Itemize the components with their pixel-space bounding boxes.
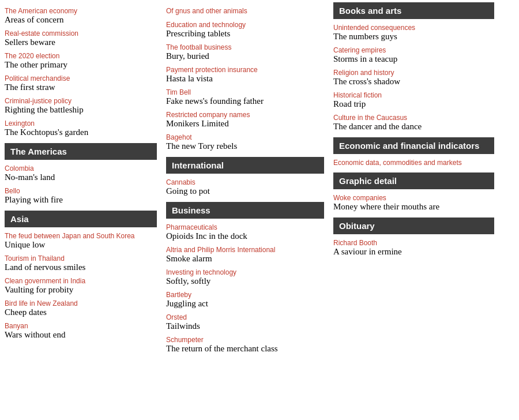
article-pair: LexingtonThe Kochtopus's garden bbox=[5, 119, 157, 137]
article-title[interactable]: Juggling act bbox=[166, 299, 324, 309]
article-title[interactable]: Righting the battleship bbox=[5, 105, 157, 115]
article-title[interactable]: Land of nervous smiles bbox=[5, 262, 157, 272]
section-header: The Americas bbox=[5, 143, 157, 160]
column-2: Of gnus and other animalsEducation and t… bbox=[161, 0, 329, 362]
article-title[interactable]: Sellers beware bbox=[5, 38, 157, 47]
section-header: Graphic detail bbox=[333, 172, 494, 189]
article-pair: Richard BoothA saviour in ermine bbox=[333, 239, 494, 257]
category-label[interactable]: Culture in the Caucasus bbox=[333, 114, 494, 122]
section: AsiaThe feud between Japan and South Kor… bbox=[5, 211, 157, 340]
category-label[interactable]: Schumpeter bbox=[166, 336, 324, 344]
category-label[interactable]: The football business bbox=[166, 43, 324, 51]
article-pair: BartlebyJuggling act bbox=[166, 291, 324, 309]
section: Books and artsUnintended consequencesThe… bbox=[333, 2, 494, 132]
article-title[interactable]: A saviour in ermine bbox=[333, 247, 494, 257]
article-title[interactable]: The return of the merchant class bbox=[166, 344, 324, 354]
section: Education and technologyPrescribing tabl… bbox=[166, 21, 324, 151]
category-label[interactable]: Of gnus and other animals bbox=[166, 7, 324, 15]
article-title[interactable]: Money where their mouths are bbox=[333, 202, 494, 212]
category-label[interactable]: Bagehot bbox=[166, 133, 324, 141]
category-label[interactable]: Restricted company names bbox=[166, 111, 324, 119]
category-label[interactable]: The feud between Japan and South Korea bbox=[5, 232, 157, 240]
category-label[interactable]: Tourism in Thailand bbox=[5, 254, 157, 262]
article-pair: Catering empiresStorms in a teacup bbox=[333, 46, 494, 64]
article-pair: OrstedTailwinds bbox=[166, 313, 324, 331]
section: The American economyAreas of concernReal… bbox=[5, 7, 157, 137]
article-pair: ColombiaNo-man's land bbox=[5, 164, 157, 182]
article-pair: Tim BellFake news's founding father bbox=[166, 88, 324, 106]
category-label[interactable]: Lexington bbox=[5, 119, 157, 127]
section-header: Economic and financial indicators bbox=[333, 137, 494, 154]
category-label[interactable]: Catering empires bbox=[333, 46, 494, 54]
article-pair: BanyanWars without end bbox=[5, 322, 157, 340]
article-title[interactable]: The Kochtopus's garden bbox=[5, 127, 157, 137]
article-pair: Altria and Philip Morris InternationalSm… bbox=[166, 246, 324, 264]
article-title[interactable]: Softly, softly bbox=[166, 276, 324, 286]
category-label[interactable]: Criminal-justice policy bbox=[5, 97, 157, 105]
category-label[interactable]: The 2020 election bbox=[5, 52, 157, 60]
article-title[interactable]: Vaulting for probity bbox=[5, 285, 157, 295]
category-label[interactable]: The American economy bbox=[5, 7, 157, 15]
article-title[interactable]: The cross's shadow bbox=[333, 77, 494, 87]
category-label[interactable]: Pharmaceuticals bbox=[166, 223, 324, 231]
category-label[interactable]: Payment protection insurance bbox=[166, 66, 324, 74]
article-title[interactable]: Wars without end bbox=[5, 330, 157, 340]
section-header: Books and arts bbox=[333, 2, 494, 19]
article-title[interactable]: Monikers Limited bbox=[166, 119, 324, 129]
category-label[interactable]: Bartleby bbox=[166, 291, 324, 299]
main-container: The American economyAreas of concernReal… bbox=[0, 0, 519, 362]
article-title[interactable]: The new Tory rebels bbox=[166, 141, 324, 151]
section: Of gnus and other animals bbox=[166, 7, 324, 15]
article-title[interactable]: Bury, buried bbox=[166, 51, 324, 61]
category-label[interactable]: Investing in technology bbox=[166, 268, 324, 276]
category-label[interactable]: Religion and history bbox=[333, 69, 494, 77]
article-pair: Investing in technologySoftly, softly bbox=[166, 268, 324, 286]
article-pair: Culture in the CaucasusThe dancer and th… bbox=[333, 114, 494, 132]
article-title[interactable]: Opioids Inc in the dock bbox=[166, 231, 324, 241]
article-pair: Woke companiesMoney where their mouths a… bbox=[333, 194, 494, 212]
article-pair: The 2020 electionThe other primary bbox=[5, 52, 157, 70]
category-label[interactable]: Bird life in New Zealand bbox=[5, 299, 157, 308]
category-label[interactable]: Historical fiction bbox=[333, 91, 494, 99]
article-pair: SchumpeterThe return of the merchant cla… bbox=[166, 336, 324, 354]
article-title[interactable]: Tailwinds bbox=[166, 321, 324, 331]
article-title[interactable]: Prescribing tablets bbox=[166, 29, 324, 39]
category-label[interactable]: Political merchandise bbox=[5, 74, 157, 82]
article-title[interactable]: The other primary bbox=[5, 60, 157, 70]
article-title[interactable]: Road trip bbox=[333, 99, 494, 109]
category-label[interactable]: Banyan bbox=[5, 322, 157, 330]
article-title[interactable]: Storms in a teacup bbox=[333, 54, 494, 64]
article-title[interactable]: Fake news's founding father bbox=[166, 96, 324, 106]
category-label[interactable]: Tim Bell bbox=[166, 88, 324, 96]
article-title[interactable]: Playing with fire bbox=[5, 195, 157, 205]
article-title[interactable]: Hasta la vista bbox=[166, 74, 324, 84]
article-pair: The American economyAreas of concern bbox=[5, 7, 157, 25]
category-label[interactable]: Woke companies bbox=[333, 194, 494, 202]
category-label[interactable]: Orsted bbox=[166, 313, 324, 321]
category-label[interactable]: Colombia bbox=[5, 164, 157, 172]
article-pair: CannabisGoing to pot bbox=[166, 178, 324, 196]
article-title[interactable]: The dancer and the dance bbox=[333, 122, 494, 132]
article-pair: Real-estate commissionSellers beware bbox=[5, 29, 157, 47]
article-pair: Payment protection insuranceHasta la vis… bbox=[166, 66, 324, 84]
category-label[interactable]: Richard Booth bbox=[333, 239, 494, 247]
category-label[interactable]: Economic data, commodities and markets bbox=[333, 159, 494, 167]
article-title[interactable]: No-man's land bbox=[5, 172, 157, 182]
article-title[interactable]: The numbers guys bbox=[333, 32, 494, 42]
article-title[interactable]: Unique low bbox=[5, 240, 157, 250]
article-title[interactable]: The first straw bbox=[5, 82, 157, 92]
article-title[interactable]: Going to pot bbox=[166, 186, 324, 196]
article-title[interactable]: Smoke alarm bbox=[166, 254, 324, 264]
article-title[interactable]: Cheep dates bbox=[5, 308, 157, 317]
section: InternationalCannabisGoing to pot bbox=[166, 157, 324, 196]
category-label[interactable]: Altria and Philip Morris International bbox=[166, 246, 324, 254]
article-pair: Restricted company namesMonikers Limited bbox=[166, 111, 324, 129]
article-pair: Clean government in IndiaVaulting for pr… bbox=[5, 277, 157, 295]
article-title[interactable]: Areas of concern bbox=[5, 15, 157, 25]
category-label[interactable]: Real-estate commission bbox=[5, 29, 157, 38]
category-label[interactable]: Bello bbox=[5, 187, 157, 195]
category-label[interactable]: Education and technology bbox=[166, 21, 324, 29]
category-label[interactable]: Unintended consequences bbox=[333, 24, 494, 32]
category-label[interactable]: Clean government in India bbox=[5, 277, 157, 285]
category-label[interactable]: Cannabis bbox=[166, 178, 324, 186]
